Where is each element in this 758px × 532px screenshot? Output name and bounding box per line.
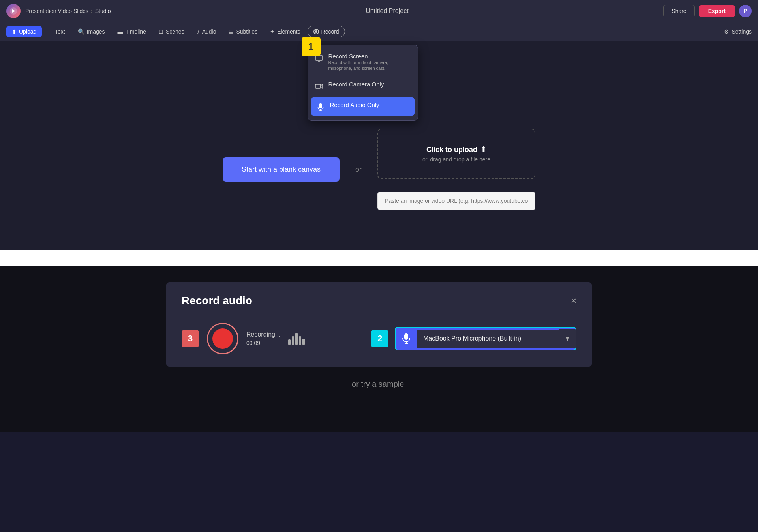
elements-icon: ✦ [270,28,275,35]
audio-bars [288,332,305,345]
svg-rect-4 [404,333,408,340]
upload-subtitle: or, drag and drop a file here [410,156,503,163]
breadcrumb-separator: › [91,8,93,14]
svg-rect-1 [315,56,323,60]
step1-badge: 1 [302,37,321,56]
sample-text: or try a sample! [352,380,406,389]
scenes-label: Scenes [166,28,184,35]
record-circle-icon [313,29,319,34]
record-dot [212,328,233,349]
toolbar: ⬆ Upload T Text 🔍 Images ▬ Timeline ⊞ Sc… [0,22,758,41]
subtitles-icon: ▤ [229,28,234,35]
toolbar-elements-button[interactable]: ✦ Elements [265,26,306,37]
breadcrumb: Presentation Video Slides › Studio [25,8,111,14]
toolbar-scenes-button[interactable]: ⊞ Scenes [153,26,190,37]
project-title: Untitled Project [115,7,659,15]
modal-title: Record audio [182,294,252,307]
text-label: Text [55,28,65,35]
upload-arrow-icon: ⬆ [480,145,486,154]
timeline-icon: ▬ [118,28,123,35]
url-input[interactable] [377,192,535,210]
avatar[interactable]: P [739,5,752,17]
dropdown-screen-title: Record Screen [328,53,411,60]
settings-gear-icon: ⚙ [724,28,729,35]
mic-select-value[interactable]: MacBook Pro Microphone (Built-in) [417,330,559,348]
dropdown-screen-text: Record Screen Record with or without cam… [328,53,411,72]
mic-chevron-icon[interactable]: ▾ [559,329,576,348]
breadcrumb-link[interactable]: Presentation Video Slides [25,8,88,14]
text-icon: T [49,28,53,35]
modal-body: 3 Recording... 00:09 2 [182,323,576,354]
record-button-area: 3 Recording... 00:09 [182,323,305,354]
blank-canvas-button[interactable]: Start with a blank canvas [223,157,340,182]
settings-button[interactable]: ⚙ Settings [724,28,752,35]
audio-bar [295,333,298,345]
images-icon: 🔍 [78,28,84,35]
dropdown-camera-title: Record Camera Only [328,81,384,88]
toolbar-text-button[interactable]: T Text [43,26,70,37]
toolbar-timeline-button[interactable]: ▬ Timeline [112,26,152,37]
settings-label: Settings [732,28,752,35]
toolbar-subtitles-button[interactable]: ▤ Subtitles [223,26,263,37]
recording-label: Recording... [246,331,280,338]
dropdown-record-audio[interactable]: Record Audio Only [311,97,415,116]
top-bar: Presentation Video Slides › Studio Untit… [0,0,758,22]
dropdown-camera-text: Record Camera Only [328,81,384,88]
dropdown-audio-title: Record Audio Only [330,101,379,108]
center-row: Start with a blank canvas or Click to up… [223,129,535,210]
audio-bar [299,336,301,345]
elements-label: Elements [277,28,300,35]
or-text: or [355,165,362,174]
top-actions: Share Export P [663,5,752,17]
modal-header: Record audio × [182,294,576,307]
toolbar-record-wrapper: Record 1 Record Screen Record with or wi… [308,26,345,37]
upload-area[interactable]: Click to upload ⬆ or, drag and drop a fi… [377,129,535,179]
mic-icon [316,102,325,112]
export-button[interactable]: Export [699,5,735,17]
upload-icon: ⬆ [12,28,17,35]
audio-label: Audio [202,28,216,35]
audio-bar [288,339,291,345]
upload-label: Upload [19,28,36,35]
step3-badge: 3 [182,330,199,347]
modal-close-button[interactable]: × [571,295,576,306]
bottom-section: Record audio × 3 Recording... 00:09 2 [0,266,758,432]
upload-section: Click to upload ⬆ or, drag and drop a fi… [377,129,535,210]
svg-rect-2 [315,84,321,88]
mic-select-box: MacBook Pro Microphone (Built-in) ▾ [395,327,576,350]
record-circle-button[interactable] [207,323,238,354]
recording-time: 00:09 [246,340,280,346]
dropdown-audio-text: Record Audio Only [330,101,379,108]
toolbar-upload-button[interactable]: ⬆ Upload [6,26,42,37]
mic-icon-box [396,328,417,350]
record-label: Record [321,28,339,35]
dropdown-record-screen[interactable]: Record Screen Record with or without cam… [308,48,418,77]
svg-rect-3 [319,103,322,108]
toolbar-images-button[interactable]: 🔍 Images [72,26,111,37]
subtitles-label: Subtitles [236,28,257,35]
images-label: Images [87,28,105,35]
audio-icon: ♪ [197,28,200,35]
mic-selector-area: 2 MacBook Pro Microphone (Built-in) ▾ [371,327,576,350]
white-section [0,250,758,266]
app-logo [6,4,21,18]
audio-bar [302,339,305,345]
step2-badge: 2 [371,330,388,347]
camera-icon [314,82,324,91]
record-dropdown: 1 Record Screen Record with or without c… [308,45,418,121]
scenes-icon: ⊞ [159,28,163,35]
toolbar-record-button[interactable]: Record [308,26,345,37]
breadcrumb-current: Studio [95,8,111,14]
share-button[interactable]: Share [663,5,694,17]
timeline-label: Timeline [126,28,146,35]
dropdown-record-camera[interactable]: Record Camera Only [308,76,418,96]
toolbar-audio-button[interactable]: ♪ Audio [191,26,222,37]
record-modal: Record audio × 3 Recording... 00:09 2 [166,282,592,367]
recording-info: Recording... 00:09 [246,331,280,346]
dropdown-screen-subtitle: Record with or without camera, microphon… [328,60,411,72]
upload-title: Click to upload ⬆ [410,145,503,154]
audio-bar [292,336,294,345]
